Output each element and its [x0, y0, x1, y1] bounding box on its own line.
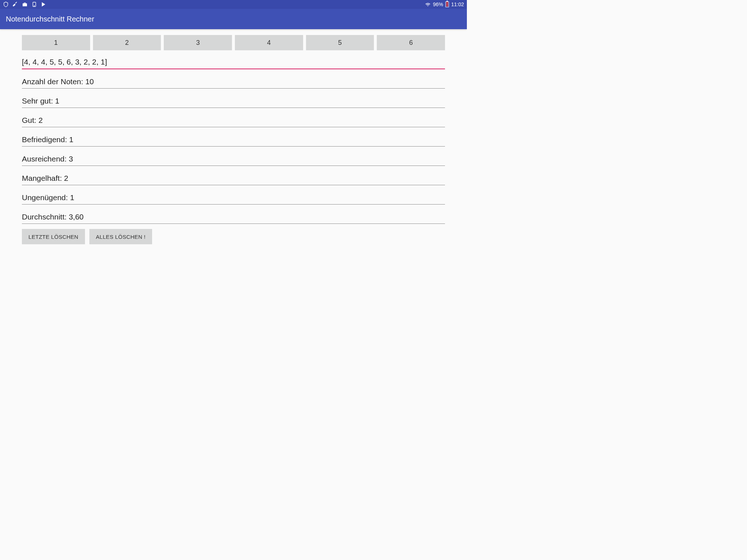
- broom-icon: [12, 1, 18, 7]
- grade-1-button[interactable]: 1: [22, 35, 90, 50]
- durchschnitt-field: Durchschnitt: 3,60: [22, 210, 445, 224]
- wifi-icon: [425, 1, 431, 7]
- clock: 11:02: [451, 1, 464, 7]
- count-field: Anzahl der Noten: 10: [22, 74, 445, 89]
- svg-point-2: [34, 5, 34, 6]
- shield-icon: [3, 1, 9, 7]
- grade-2-button[interactable]: 2: [93, 35, 161, 50]
- sehr-gut-field: Sehr gut: 1: [22, 94, 445, 108]
- battery-percentage: 96%: [433, 1, 443, 7]
- grade-buttons-row: 1 2 3 4 5 6: [22, 35, 445, 50]
- delete-all-button[interactable]: ALLES LÖSCHEN !: [89, 229, 152, 244]
- entered-grades-field[interactable]: [22, 55, 445, 69]
- grade-5-button[interactable]: 5: [306, 35, 374, 50]
- ungenuegend-field: Ungenügend: 1: [22, 190, 445, 205]
- delete-last-button[interactable]: LETZTE LÖSCHEN: [22, 229, 85, 244]
- play-store-icon: [41, 1, 47, 7]
- action-buttons-row: LETZTE LÖSCHEN ALLES LÖSCHEN !: [22, 229, 445, 244]
- grade-3-button[interactable]: 3: [164, 35, 232, 50]
- battery-icon: [445, 1, 449, 7]
- grade-6-button[interactable]: 6: [377, 35, 445, 50]
- svg-rect-0: [23, 3, 27, 6]
- app-title: Notendurchschnitt Rechner: [6, 15, 94, 23]
- gut-field: Gut: 2: [22, 113, 445, 127]
- grade-4-button[interactable]: 4: [235, 35, 303, 50]
- android-status-bar: 96% 11:02: [0, 0, 467, 9]
- status-right: 96% 11:02: [425, 1, 464, 7]
- befriedigend-field: Befriedigend: 1: [22, 132, 445, 147]
- status-left-icons: [3, 1, 47, 7]
- device-icon: [31, 1, 37, 7]
- mangelhaft-field: Mangelhaft: 2: [22, 171, 445, 185]
- app-bar: Notendurchschnitt Rechner: [0, 9, 467, 29]
- main-content: 1 2 3 4 5 6 Anzahl der Noten: 10 Sehr gu…: [0, 29, 467, 250]
- ausreichend-field: Ausreichend: 3: [22, 152, 445, 166]
- briefcase-icon: [22, 1, 28, 7]
